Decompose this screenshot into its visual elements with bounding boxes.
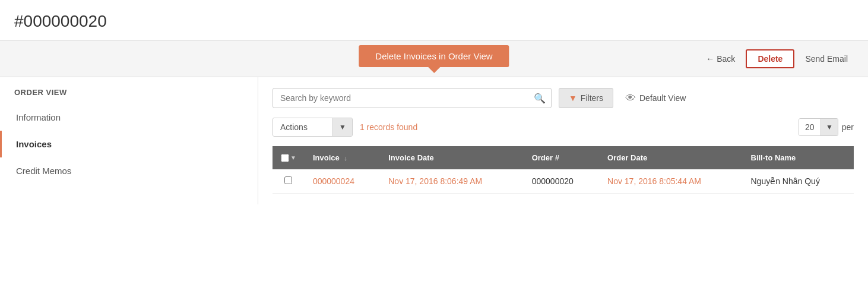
row-bill-to-name-cell: Nguyễn Nhân Quý [743,169,854,194]
row-checkbox-cell [273,169,305,194]
col-invoice-label: Invoice [313,153,340,162]
per-label: per [842,122,854,132]
tooltip-arrow [428,67,440,73]
sidebar-item-credit-memos-label: Credit Memos [16,166,71,176]
invoices-table: ▼ Invoice ↓ Invoice Date Order # Order D… [273,146,854,194]
delete-button[interactable]: Delete [746,49,794,68]
select-all-checkbox[interactable] [281,154,289,162]
table-row: 000000024 Nov 17, 2016 8:06:49 AM 000000… [273,169,854,194]
sidebar-item-information-label: Information [16,112,61,122]
filters-button[interactable]: ▼ Filters [559,88,613,108]
search-input[interactable] [273,88,552,108]
back-arrow-icon: ← [706,54,714,64]
per-page-select-wrapper: 20 ▼ [799,118,838,136]
send-email-button[interactable]: Send Email [799,50,854,67]
actions-select-wrapper: Actions ▼ [273,118,353,137]
filter-icon: ▼ [569,93,577,103]
header-chevron-icon[interactable]: ▼ [290,154,296,161]
main-content: ORDER VIEW Information Invoices Credit M… [0,77,868,204]
row-checkbox[interactable] [284,176,292,184]
actions-select[interactable]: Actions [273,118,332,136]
table-header-order-num: Order # [524,146,599,169]
view-label-text: Default View [639,93,686,103]
search-input-wrapper: 🔍 [273,88,552,108]
view-label-wrapper: 👁 Default View [625,92,686,105]
toolbar: Delete Invoices in Order View ← Back Del… [0,40,868,77]
sort-arrow-icon[interactable]: ↓ [344,154,347,162]
toolbar-right-actions: ← Back Delete Send Email [700,49,854,68]
sidebar-item-credit-memos[interactable]: Credit Memos [0,157,258,184]
per-page-wrapper: 20 ▼ per [799,118,854,136]
content-area: 🔍 ▼ Filters 👁 Default View Actions ▼ 1 r… [258,77,868,204]
table-header-invoice: Invoice ↓ [305,146,380,169]
sidebar-item-invoices-label: Invoices [16,139,52,149]
search-icon: 🔍 [534,93,546,104]
invoice-link[interactable]: 000000024 [313,176,354,186]
per-page-dropdown-btn[interactable]: ▼ [821,119,838,135]
sidebar: ORDER VIEW Information Invoices Credit M… [0,77,258,204]
row-invoice-date-cell: Nov 17, 2016 8:06:49 AM [380,169,523,194]
search-bar-row: 🔍 ▼ Filters 👁 Default View [273,88,854,108]
actions-row: Actions ▼ 1 records found 20 ▼ per [273,118,854,137]
table-header-bill-to-name: Bill-to Name [743,146,854,169]
tooltip-container: Delete Invoices in Order View [359,45,509,73]
row-order-num-cell: 000000020 [524,169,599,194]
back-button[interactable]: ← Back [700,50,741,67]
page-title: #000000020 [0,0,868,40]
table-header-checkbox: ▼ [273,146,305,169]
filters-label: Filters [581,93,603,103]
actions-dropdown-btn[interactable]: ▼ [332,118,352,136]
sidebar-item-invoices[interactable]: Invoices [0,131,258,157]
table-header-invoice-date: Invoice Date [380,146,523,169]
delete-invoices-tooltip-btn[interactable]: Delete Invoices in Order View [359,45,509,67]
back-label: Back [717,54,735,64]
row-invoice-cell: 000000024 [305,169,380,194]
table-header-row: ▼ Invoice ↓ Invoice Date Order # Order D… [273,146,854,169]
records-found: 1 records found [360,122,417,132]
row-order-date-cell: Nov 17, 2016 8:05:44 AM [599,169,742,194]
per-page-select[interactable]: 20 [799,119,821,135]
sidebar-item-information[interactable]: Information [0,104,258,131]
table-header-order-date: Order Date [599,146,742,169]
sidebar-section-title: ORDER VIEW [0,77,258,104]
eye-icon: 👁 [625,92,636,105]
